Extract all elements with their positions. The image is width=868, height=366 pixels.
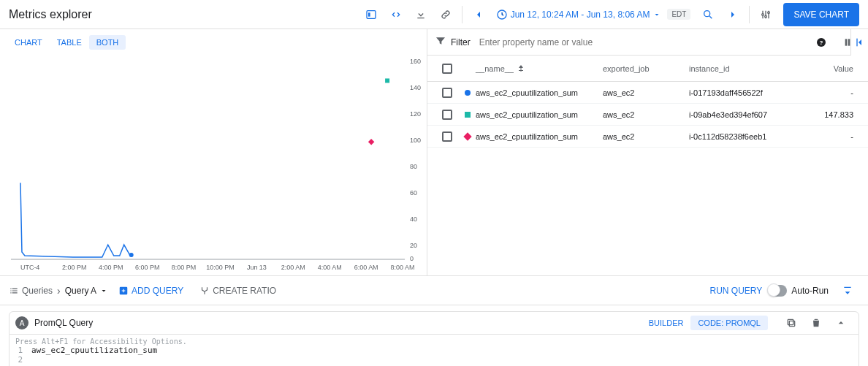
chart-svg: 160 140 120 100 80 60 40 20 0 UTC-4 2:00… [7,56,427,276]
row-checkbox[interactable] [442,131,452,142]
series-marker [465,112,471,118]
svg-text:80: 80 [410,163,417,170]
download-icon[interactable] [409,3,433,26]
time-range-picker[interactable]: Jun 12, 10:24 AM - Jun 13, 8:06 AM EDT [492,3,696,26]
table-row[interactable]: aws_ec2_cpuutilization_sum aws_ec2 i-0c1… [427,126,868,148]
svg-text:10:00 PM: 10:00 PM [206,264,234,271]
svg-rect-0 [856,39,857,47]
create-ratio-button[interactable]: CREATE RATIO [194,286,282,296]
col-instance-header[interactable]: instance_id [689,64,799,73]
zoom-icon[interactable] [696,3,720,26]
expand-side-panel[interactable] [850,29,868,56]
autorun-toggle[interactable]: Auto-Run [769,285,829,297]
link-icon[interactable] [434,3,457,26]
query-navbar: Queries › Query A ADD QUERY CREATE RATIO… [0,276,868,305]
query-header: A PromQL Query BUILDER CODE: PROMQL [9,311,859,335]
y-axis-ticks: 160 140 120 100 80 60 40 20 0 [410,58,421,262]
cell-value: - [799,88,861,97]
svg-point-4 [704,10,710,16]
svg-text:120: 120 [410,110,421,118]
cell-job: aws_ec2 [603,88,689,97]
x-axis-ticks: UTC-4 2:00 PM 4:00 PM 6:00 PM 8:00 PM 10… [20,264,415,271]
toggle-switch [769,285,787,297]
header-actions: Jun 12, 10:24 AM - Jun 13, 8:06 AM EDT S… [359,3,859,26]
sort-asc-icon [517,64,525,73]
save-chart-button[interactable]: SAVE CHART [783,3,859,26]
svg-rect-38 [789,321,794,326]
query-badge: A [15,316,28,329]
table-header: __name__ exported_job instance_id Value [427,56,868,82]
row-checkbox[interactable] [442,88,452,98]
svg-text:6:00 PM: 6:00 PM [135,264,159,271]
svg-point-29 [129,253,134,257]
filter-label: Filter [451,37,471,47]
svg-text:UTC-4: UTC-4 [20,264,39,271]
table-row[interactable]: aws_ec2_cpuutilization_sum aws_ec2 i-09a… [427,104,868,126]
autorun-label: Auto-Run [791,286,829,296]
time-range-label: Jun 12, 10:24 AM - Jun 13, 8:06 AM [511,9,650,20]
cell-value: - [799,132,861,141]
svg-text:?: ? [820,39,823,45]
cell-name: aws_ec2_cpuutilization_sum [476,88,603,97]
svg-rect-34 [845,39,848,45]
cell-name: aws_ec2_cpuutilization_sum [476,132,603,141]
help-icon[interactable]: ? [810,31,833,54]
active-query-label[interactable]: Query A [65,286,108,296]
chart-panel: CHART TABLE BOTH 160 140 120 100 80 60 4… [0,29,427,275]
cell-instance: i-09ab4e3ed394ef607 [689,110,799,119]
svg-point-6 [765,15,767,18]
delete-icon[interactable] [804,311,828,335]
add-query-button[interactable]: ADD QUERY [113,286,189,296]
chart-area[interactable]: 160 140 120 100 80 60 40 20 0 UTC-4 2:00… [0,56,427,276]
cell-job: aws_ec2 [603,110,689,119]
collapse-all-icon[interactable] [836,279,859,302]
mode-table[interactable]: TABLE [50,35,89,50]
cell-instance: i-017193daff456522f [689,88,799,97]
json-icon[interactable] [384,3,408,26]
accessibility-hint: Press Alt+F1 for Accessibility Options. [15,338,853,346]
svg-text:4:00 PM: 4:00 PM [99,264,123,271]
table-row[interactable]: aws_ec2_cpuutilization_sum aws_ec2 i-017… [427,82,868,104]
dashboard-icon[interactable] [359,3,383,26]
svg-text:100: 100 [410,137,421,144]
svg-text:20: 20 [410,242,417,249]
query-editor[interactable]: Press Alt+F1 for Accessibility Options. … [9,335,859,366]
table-panel: Filter ? __name__ exported_job instance_… [427,29,868,275]
time-next-icon[interactable] [721,3,745,26]
run-query-button[interactable]: RUN QUERY [710,286,763,296]
filter-icon [435,35,446,49]
dropdown-icon [99,286,108,295]
svg-text:2:00 AM: 2:00 AM [281,264,305,271]
svg-point-7 [768,12,770,14]
row-checkbox[interactable] [442,110,452,120]
filter-input[interactable] [475,37,805,47]
svg-point-5 [762,13,764,15]
tab-code[interactable]: CODE: PROMQL [690,316,768,330]
timezone-badge: EDT [667,9,690,20]
cell-value: 147.833 [799,110,861,119]
svg-text:8:00 PM: 8:00 PM [172,264,196,271]
tab-builder[interactable]: BUILDER [642,316,691,330]
svg-rect-30 [385,78,389,83]
time-prev-icon[interactable] [467,3,490,26]
mode-both[interactable]: BOTH [89,35,126,50]
svg-rect-35 [848,39,850,45]
settings-icon[interactable] [754,3,777,26]
query-title: PromQL Query [34,318,636,328]
mode-chart[interactable]: CHART [7,35,50,50]
plus-icon [118,286,129,296]
col-name-header[interactable]: __name__ [476,64,603,73]
col-job-header[interactable]: exported_job [603,64,689,73]
series-marker [465,90,471,96]
cell-job: aws_ec2 [603,132,689,141]
header-bar: Metrics explorer Jun 12, 10:24 AM - Jun … [0,0,868,29]
svg-text:160: 160 [410,58,421,65]
table-body: aws_ec2_cpuutilization_sum aws_ec2 i-017… [427,82,868,148]
collapse-icon[interactable] [829,311,853,335]
query-text: aws_ec2_cpuutilization_sum [31,346,157,355]
queries-breadcrumb[interactable]: Queries [9,286,53,296]
cell-name: aws_ec2_cpuutilization_sum [476,110,603,119]
select-all-checkbox[interactable] [442,64,452,74]
copy-icon[interactable] [780,311,803,335]
col-value-header[interactable]: Value [799,64,861,73]
